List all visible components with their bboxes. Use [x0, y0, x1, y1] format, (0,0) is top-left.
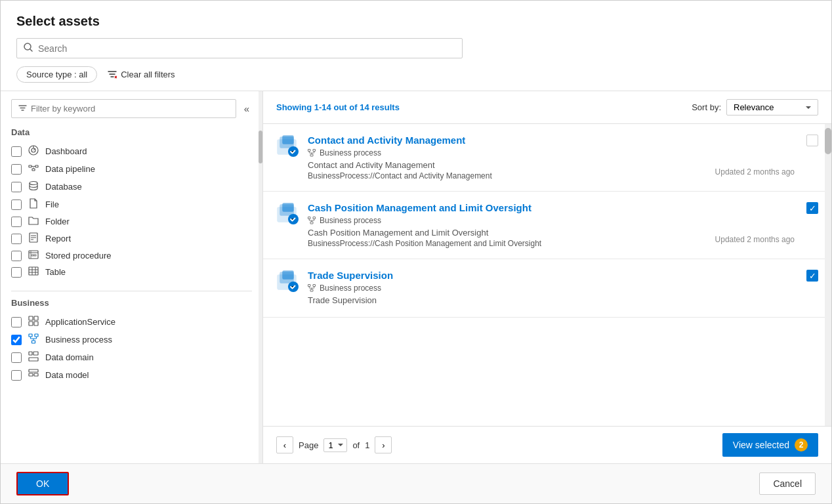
svg-rect-47 — [283, 136, 293, 144]
svg-rect-71 — [308, 285, 311, 287]
asset-type-label-1: Business process — [320, 148, 381, 158]
view-selected-button[interactable]: View selected 2 — [722, 433, 818, 457]
svg-rect-41 — [29, 358, 38, 361]
clear-filters-button[interactable]: Clear all filters — [108, 70, 175, 79]
ok-button[interactable]: OK — [16, 472, 69, 495]
source-type-button[interactable]: Source type : all — [16, 66, 97, 83]
dialog-footer: OK Cancel — [1, 463, 831, 503]
business-process-type-icon-3 — [308, 284, 316, 292]
asset-checkbox-2[interactable]: ✓ — [806, 202, 818, 214]
asset-icon-3 — [276, 270, 300, 293]
filter-keyword-input[interactable] — [31, 104, 229, 114]
filter-icon — [108, 70, 117, 79]
filter-checkbox-data-pipeline[interactable] — [11, 164, 22, 175]
filter-label-stored-procedure: Stored procedure — [45, 251, 111, 261]
asset-name-2[interactable]: Cash Position Management and Limit Overs… — [308, 202, 818, 213]
filter-checkbox-data-model[interactable] — [11, 370, 22, 381]
data-filter-list: Dashboard Data pipeline — [11, 142, 252, 280]
filter-checkbox-folder[interactable] — [11, 217, 22, 227]
unchecked-box-1[interactable] — [806, 135, 818, 146]
select-assets-dialog: Select assets Source type : all Clear al… — [0, 0, 832, 504]
svg-rect-73 — [310, 289, 313, 291]
asset-name-1[interactable]: Contact and Activity Management — [308, 135, 818, 146]
filter-checkbox-file[interactable] — [11, 200, 22, 210]
asset-icon-1 — [276, 135, 300, 158]
data-model-icon — [27, 369, 40, 381]
business-process-icon — [27, 333, 40, 346]
svg-rect-40 — [33, 352, 38, 355]
folder-icon — [27, 216, 40, 227]
next-page-button[interactable]: › — [375, 436, 392, 453]
asset-checkbox-1[interactable] — [806, 135, 818, 146]
table-icon — [27, 266, 40, 278]
asset-info-3: Trade Supervision Busine — [308, 270, 818, 306]
cancel-button[interactable]: Cancel — [759, 472, 816, 495]
assets-list: Contact and Activity Management — [263, 124, 831, 426]
svg-rect-32 — [29, 334, 32, 337]
svg-rect-33 — [35, 334, 38, 337]
sidebar-section-data: Data Dashboard Data pipe — [11, 127, 252, 384]
filter-label-data-model: Data model — [45, 370, 89, 380]
filter-label-data-pipeline: Data pipeline — [45, 164, 95, 174]
selected-count-badge: 2 — [795, 438, 808, 452]
total-count: 14 — [360, 102, 371, 112]
svg-rect-23 — [29, 267, 38, 275]
filter-label-report: Report — [45, 234, 71, 243]
result-range: 1-14 — [314, 102, 334, 112]
view-selected-label: View selected — [733, 440, 789, 450]
business-process-type-icon-2 — [308, 217, 316, 224]
checked-box-3[interactable]: ✓ — [806, 270, 818, 282]
prev-page-button[interactable]: ‹ — [276, 436, 293, 453]
asset-name-3[interactable]: Trade Supervision — [308, 270, 818, 281]
asset-type-label-3: Business process — [320, 284, 381, 293]
filter-checkbox-data-domain[interactable] — [11, 352, 22, 363]
sort-bar: Sort by: Relevance Name Last updated — [692, 99, 818, 116]
search-bar[interactable] — [16, 38, 463, 58]
data-section-title: Data — [11, 127, 252, 137]
filter-checkbox-database[interactable] — [11, 182, 22, 192]
filter-item-report: Report — [11, 230, 252, 247]
filter-checkbox-app-service[interactable] — [11, 317, 22, 327]
svg-rect-34 — [32, 341, 35, 343]
app-service-icon — [27, 316, 40, 328]
report-icon — [27, 232, 40, 245]
results-header: Showing 1-14 out of 14 results Sort by: … — [263, 91, 831, 124]
sidebar-scrollbar — [259, 91, 262, 463]
data-pipeline-icon — [27, 163, 40, 175]
filter-checkbox-report[interactable] — [11, 234, 22, 244]
svg-rect-22 — [34, 255, 36, 256]
asset-type-1: Business process — [308, 148, 818, 158]
page-select[interactable]: 1 — [323, 438, 347, 452]
asset-checkbox-3[interactable]: ✓ — [806, 270, 818, 282]
svg-rect-60 — [308, 217, 311, 219]
sort-label: Sort by: — [692, 102, 721, 112]
filter-checkbox-table[interactable] — [11, 267, 22, 278]
filter-keyword-wrapper[interactable] — [11, 99, 236, 118]
svg-rect-50 — [313, 150, 316, 152]
pagination: ‹ Page 1 of 1 › — [276, 436, 392, 453]
asset-item-1: Contact and Activity Management — [263, 124, 831, 192]
svg-rect-10 — [32, 169, 35, 171]
svg-rect-9 — [35, 165, 38, 167]
sidebar: « Data Dashboard — [1, 91, 263, 463]
of-label: of — [352, 440, 360, 450]
results-scrollbar — [825, 124, 831, 426]
filter-item-folder: Folder — [11, 213, 252, 230]
results-label: results — [371, 102, 400, 112]
filter-item-data-model: Data model — [11, 366, 252, 384]
sort-select[interactable]: Relevance Name Last updated — [726, 99, 818, 116]
checked-box-2[interactable]: ✓ — [806, 202, 818, 214]
collapse-sidebar-button[interactable]: « — [241, 100, 252, 117]
svg-rect-58 — [283, 203, 293, 211]
filter-checkbox-stored-procedure[interactable] — [11, 251, 22, 261]
filter-item-data-pipeline: Data pipeline — [11, 160, 252, 178]
dashboard-icon — [27, 145, 40, 158]
search-input[interactable] — [38, 43, 455, 54]
filter-item-file: File — [11, 196, 252, 213]
filter-label-data-domain: Data domain — [45, 352, 94, 362]
svg-rect-72 — [313, 285, 316, 287]
dialog-body: « Data Dashboard — [1, 91, 831, 463]
filter-checkbox-business-process[interactable] — [11, 335, 22, 345]
filter-checkbox-dashboard[interactable] — [11, 146, 22, 157]
svg-rect-30 — [29, 322, 33, 326]
